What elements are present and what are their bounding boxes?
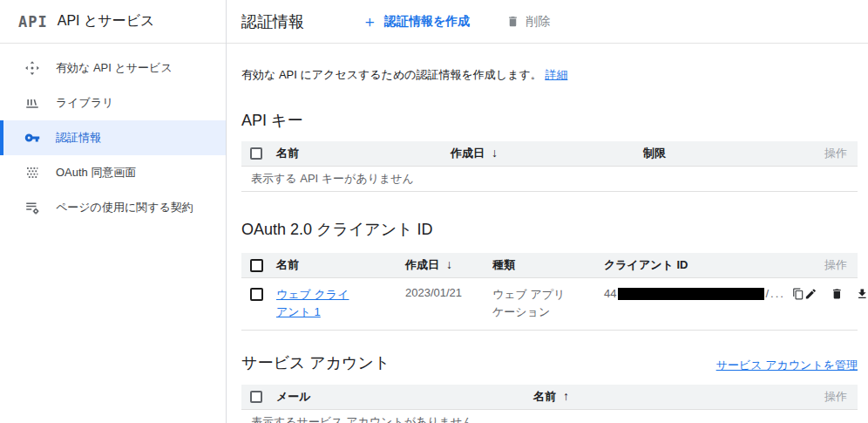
sidebar-title: API とサービス <box>58 12 155 31</box>
sidebar-item-page-agreements[interactable]: ページの使用に関する契約 <box>0 190 226 225</box>
column-header-created[interactable]: 作成日↓ <box>405 257 492 273</box>
client-id-suffix: /... <box>765 287 784 300</box>
app-window: API API とサービス 有効な API とサービス <box>0 0 868 423</box>
oauth-client-id-cell: 44 /... <box>604 286 804 300</box>
service-accounts-heading-row: サービス アカウント サービス アカウントを管理 <box>241 352 858 373</box>
oauth-consent-icon <box>24 165 40 181</box>
enabled-apis-icon <box>24 60 40 76</box>
service-accounts-empty-row: 表示するサービス アカウントがありません <box>241 410 858 423</box>
manage-service-accounts-link[interactable]: サービス アカウントを管理 <box>716 358 858 373</box>
main-panel: 認証情報 ＋ 認証情報を作成 削除 有効な API にアクセスするための認証情報… <box>227 0 868 423</box>
sidebar-item-oauth-consent[interactable]: OAuth 同意画面 <box>0 155 226 190</box>
column-header-email: メール <box>276 389 533 405</box>
sort-descending-icon: ↓ <box>446 257 452 271</box>
oauth-clients-heading: OAuth 2.0 クライアント ID <box>241 219 858 240</box>
column-header-actions: 操作 <box>784 257 858 273</box>
delete-button[interactable]: 削除 <box>506 14 550 30</box>
client-id-prefix: 44 <box>604 287 616 300</box>
service-accounts-table: メール 名前↑ 操作 表示するサービス アカウントがありません <box>241 385 858 423</box>
oauth-table-header: 名前 作成日↓ 種類 クライアント ID 操作 <box>241 253 858 278</box>
column-header-actions: 操作 <box>805 389 858 405</box>
column-header-restrictions: 制限 <box>643 146 805 161</box>
delete-icon[interactable] <box>831 287 844 301</box>
client-id-redaction-bar <box>618 288 764 300</box>
sidebar-item-library[interactable]: ライブラリ <box>0 85 226 120</box>
column-header-type: 種類 <box>492 257 604 273</box>
create-credentials-button[interactable]: ＋ 認証情報を作成 <box>362 14 470 30</box>
main-header: 認証情報 ＋ 認証情報を作成 削除 <box>227 0 868 44</box>
sidebar-nav: 有効な API とサービス ライブラリ 認証情報 <box>0 44 226 225</box>
sidebar-item-label: 有効な API とサービス <box>56 60 173 76</box>
api-keys-heading: API キー <box>241 110 858 131</box>
copy-icon[interactable] <box>792 288 804 300</box>
oauth-clients-table: 名前 作成日↓ 種類 クライアント ID 操作 ウェブ クライアント 1 202… <box>241 253 858 331</box>
sidebar-item-label: ページの使用に関する契約 <box>56 200 193 215</box>
key-icon <box>24 130 40 146</box>
oauth-client-created: 2023/01/21 <box>405 286 492 299</box>
page-title: 認証情報 <box>241 11 304 32</box>
sidebar-header: API API とサービス <box>0 0 226 44</box>
service-accounts-heading: サービス アカウント <box>241 352 390 373</box>
api-logo-icon: API <box>18 13 48 31</box>
column-header-client-id: クライアント ID <box>604 257 784 273</box>
sidebar-item-enabled-apis[interactable]: 有効な API とサービス <box>0 51 226 85</box>
oauth-client-name-link[interactable]: ウェブ クライアント 1 <box>276 286 355 321</box>
column-header-name: 名前 <box>276 257 405 273</box>
content-area: 有効な API にアクセスするための認証情報を作成します。 詳細 API キー … <box>227 67 868 423</box>
oauth-client-type: ウェブ アプリケーション <box>492 286 571 321</box>
row-checkbox[interactable] <box>250 288 263 301</box>
learn-more-link[interactable]: 詳細 <box>545 68 567 81</box>
column-header-created[interactable]: 作成日↓ <box>451 146 643 161</box>
column-header-name: 名前 <box>276 146 451 161</box>
sidebar-item-label: 認証情報 <box>56 130 101 146</box>
sidebar: API API とサービス 有効な API とサービス <box>0 0 227 423</box>
intro-text: 有効な API にアクセスするための認証情報を作成します。 詳細 <box>241 67 858 83</box>
select-all-checkbox[interactable] <box>250 391 262 403</box>
sidebar-item-credentials[interactable]: 認証情報 <box>0 120 226 155</box>
edit-icon[interactable] <box>804 287 817 301</box>
sidebar-item-label: OAuth 同意画面 <box>56 165 136 181</box>
service-accounts-table-header: メール 名前↑ 操作 <box>241 385 858 410</box>
page-agreements-icon <box>24 200 40 215</box>
select-all-checkbox[interactable] <box>250 259 263 272</box>
select-all-checkbox[interactable] <box>250 147 262 160</box>
sort-ascending-icon: ↑ <box>563 389 569 403</box>
oauth-row-actions <box>804 286 868 301</box>
api-keys-table: 名前 作成日↓ 制限 操作 表示する API キーがありません <box>241 141 858 192</box>
api-keys-empty-row: 表示する API キーがありません <box>241 167 858 192</box>
sidebar-item-label: ライブラリ <box>56 95 114 111</box>
sort-descending-icon: ↓ <box>492 146 498 160</box>
library-icon <box>24 95 40 111</box>
plus-icon: ＋ <box>362 14 377 30</box>
column-header-actions: 操作 <box>805 146 858 161</box>
api-keys-table-header: 名前 作成日↓ 制限 操作 <box>241 141 858 167</box>
download-icon[interactable] <box>856 287 868 301</box>
oauth-client-row: ウェブ クライアント 1 2023/01/21 ウェブ アプリケーション 44 … <box>241 278 858 331</box>
column-header-name[interactable]: 名前↑ <box>533 389 805 405</box>
trash-icon <box>506 15 519 28</box>
